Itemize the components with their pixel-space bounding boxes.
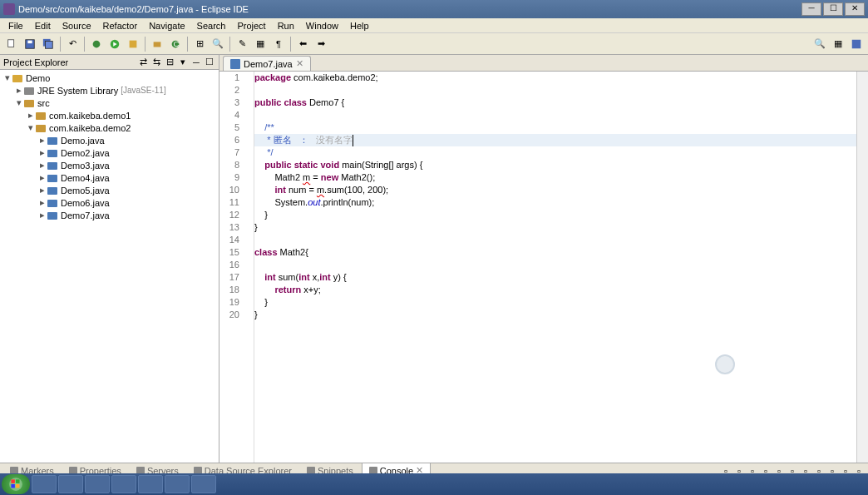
taskbar-item[interactable] bbox=[32, 475, 57, 493]
svg-rect-2 bbox=[27, 40, 32, 43]
taskbar-item[interactable] bbox=[165, 475, 190, 493]
svg-rect-20 bbox=[47, 175, 57, 182]
link-editor-icon[interactable]: ⇆ bbox=[150, 57, 162, 68]
search-toolbar-icon[interactable]: 🔍 bbox=[811, 36, 828, 52]
svg-rect-4 bbox=[46, 41, 53, 48]
back-icon[interactable]: ⬅ bbox=[294, 36, 311, 52]
taskbar-item[interactable] bbox=[58, 475, 83, 493]
save-icon[interactable] bbox=[22, 36, 38, 52]
tree-node[interactable]: ▸com.kaikeba.demo1 bbox=[2, 109, 217, 121]
svg-rect-27 bbox=[11, 484, 15, 488]
search-icon[interactable]: 🔍 bbox=[210, 36, 226, 52]
minimize-view-icon[interactable]: ─ bbox=[190, 57, 202, 68]
menu-window[interactable]: Window bbox=[301, 20, 343, 32]
new-icon[interactable] bbox=[3, 36, 20, 52]
new-class-icon[interactable]: C bbox=[167, 36, 184, 52]
svg-rect-18 bbox=[47, 150, 57, 157]
taskbar-item[interactable] bbox=[111, 475, 136, 493]
menu-run[interactable]: Run bbox=[273, 20, 299, 32]
menu-file[interactable]: File bbox=[3, 20, 28, 32]
maximize-button[interactable]: ☐ bbox=[823, 2, 843, 16]
svg-rect-26 bbox=[16, 479, 20, 483]
menu-project[interactable]: Project bbox=[232, 20, 270, 32]
overview-ruler[interactable] bbox=[856, 72, 868, 463]
watermark-icon bbox=[715, 354, 735, 374]
start-button[interactable] bbox=[2, 474, 30, 494]
code-editor[interactable]: 1234567891011121314151617181920 package … bbox=[219, 72, 868, 463]
run-icon[interactable] bbox=[106, 36, 123, 52]
svg-point-5 bbox=[93, 40, 101, 47]
debug-icon[interactable] bbox=[88, 36, 105, 52]
collapse-all-icon[interactable]: ⇄ bbox=[137, 57, 149, 68]
svg-text:C: C bbox=[173, 38, 179, 47]
svg-rect-8 bbox=[154, 42, 161, 47]
line-gutter: 1234567891011121314151617181920 bbox=[219, 72, 244, 463]
open-perspective-icon[interactable]: ▦ bbox=[830, 36, 846, 52]
tab-close-icon[interactable]: ✕ bbox=[296, 58, 303, 69]
editor-tab[interactable]: Demo7.java ✕ bbox=[223, 56, 311, 71]
taskbar-item[interactable] bbox=[85, 475, 110, 493]
svg-rect-23 bbox=[47, 212, 57, 220]
tree-node[interactable]: ▾com.kaikeba.demo2 bbox=[2, 121, 217, 134]
open-type-icon[interactable]: ⊞ bbox=[191, 36, 208, 52]
svg-rect-17 bbox=[47, 137, 57, 145]
menu-source[interactable]: Source bbox=[57, 20, 96, 32]
coverage-icon[interactable] bbox=[125, 36, 141, 52]
tree-node[interactable]: ▾Demo bbox=[2, 72, 217, 84]
svg-rect-11 bbox=[852, 39, 861, 48]
forward-icon[interactable]: ➡ bbox=[313, 36, 329, 52]
menu-edit[interactable]: Edit bbox=[30, 20, 56, 32]
tree-node[interactable]: ▾src bbox=[2, 97, 217, 109]
menu-help[interactable]: Help bbox=[345, 20, 374, 32]
taskbar bbox=[0, 473, 868, 495]
tree-node[interactable]: ▸Demo.java bbox=[2, 134, 217, 146]
close-button[interactable]: ✕ bbox=[845, 2, 865, 16]
eclipse-icon bbox=[3, 3, 15, 15]
tree-node[interactable]: ▸Demo2.java bbox=[2, 146, 217, 159]
maximize-view-icon[interactable]: ☐ bbox=[204, 57, 215, 68]
menu-refactor[interactable]: Refactor bbox=[98, 20, 143, 32]
svg-rect-12 bbox=[12, 75, 22, 82]
project-explorer-title: Project Explorer bbox=[3, 57, 136, 67]
svg-rect-19 bbox=[47, 162, 57, 170]
tree-node[interactable]: ▸JRE System Library[JavaSE-11] bbox=[2, 84, 217, 97]
tree-node[interactable]: ▸Demo3.java bbox=[2, 159, 217, 171]
svg-rect-13 bbox=[24, 87, 34, 95]
taskbar-item[interactable] bbox=[191, 475, 216, 493]
toggle-mark-icon[interactable]: ✎ bbox=[234, 36, 250, 52]
undo-icon[interactable]: ↶ bbox=[64, 36, 81, 52]
svg-rect-14 bbox=[24, 100, 34, 107]
menu-bar: FileEditSourceRefactorNavigateSearchProj… bbox=[0, 18, 868, 33]
svg-rect-22 bbox=[47, 200, 57, 207]
svg-rect-0 bbox=[8, 39, 14, 47]
java-perspective-icon[interactable] bbox=[848, 36, 865, 52]
project-tree[interactable]: ▾Demo▸JRE System Library[JavaSE-11]▾src▸… bbox=[0, 70, 219, 463]
svg-rect-7 bbox=[130, 40, 137, 47]
minimize-button[interactable]: ─ bbox=[801, 2, 821, 16]
project-explorer-panel: Project Explorer ⇄ ⇆ ⊟ ▾ ─ ☐ ▾Demo▸JRE S… bbox=[0, 55, 219, 463]
taskbar-item[interactable] bbox=[138, 475, 163, 493]
focus-icon[interactable]: ⊟ bbox=[164, 57, 175, 68]
new-package-icon[interactable] bbox=[149, 36, 165, 52]
view-menu-icon[interactable]: ▾ bbox=[177, 57, 189, 68]
tree-node[interactable]: ▸Demo4.java bbox=[2, 171, 217, 184]
toggle-block-icon[interactable]: ▦ bbox=[252, 36, 269, 52]
tree-node[interactable]: ▸Demo5.java bbox=[2, 184, 217, 196]
menu-search[interactable]: Search bbox=[192, 20, 231, 32]
show-whitespace-icon[interactable]: ¶ bbox=[270, 36, 287, 52]
svg-rect-15 bbox=[36, 112, 46, 120]
title-bar: Demo/src/com/kaikeba/demo2/Demo7.java - … bbox=[0, 0, 868, 18]
svg-rect-16 bbox=[36, 125, 46, 132]
tab-label: Demo7.java bbox=[244, 59, 293, 69]
java-file-icon bbox=[230, 59, 240, 69]
tree-node[interactable]: ▸Demo6.java bbox=[2, 196, 217, 209]
window-title: Demo/src/com/kaikeba/demo2/Demo7.java - … bbox=[18, 4, 801, 14]
svg-rect-21 bbox=[47, 187, 57, 195]
svg-rect-28 bbox=[16, 484, 20, 488]
menu-navigate[interactable]: Navigate bbox=[144, 20, 190, 32]
tree-node[interactable]: ▸Demo7.java bbox=[2, 209, 217, 221]
toolbar: ↶ C ⊞ 🔍 ✎ ▦ ¶ ⬅ ➡ 🔍 ▦ bbox=[0, 33, 868, 55]
svg-rect-25 bbox=[11, 479, 15, 483]
source-area[interactable]: package com.kaikeba.demo2;public class D… bbox=[254, 72, 856, 463]
save-all-icon[interactable] bbox=[40, 36, 57, 52]
